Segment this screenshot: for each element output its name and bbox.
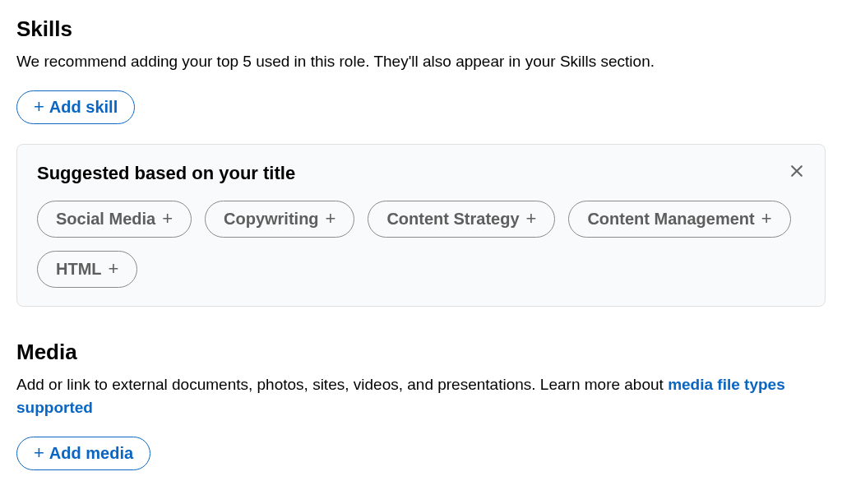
media-subtitle: Add or link to external documents, photo… xyxy=(16,373,826,420)
skill-chip[interactable]: HTML + xyxy=(37,251,137,288)
close-suggestions-button[interactable] xyxy=(785,160,808,185)
plus-icon: + xyxy=(34,98,44,116)
plus-icon: + xyxy=(761,210,772,228)
skill-chip[interactable]: Social Media + xyxy=(37,201,192,238)
plus-icon: + xyxy=(526,210,537,228)
plus-icon: + xyxy=(326,210,336,228)
close-icon xyxy=(789,163,805,179)
add-skill-button[interactable]: + Add skill xyxy=(16,90,135,124)
skills-title: Skills xyxy=(16,16,826,42)
add-skill-label: Add skill xyxy=(49,98,118,117)
suggested-skills-list: Social Media + Copywriting + Content Str… xyxy=(37,201,805,288)
media-section: Media Add or link to external documents,… xyxy=(16,340,826,470)
skill-chip-label: HTML xyxy=(56,260,102,279)
suggestions-title: Suggested based on your title xyxy=(37,163,805,184)
skill-chip[interactable]: Copywriting + xyxy=(205,201,354,238)
plus-icon: + xyxy=(109,260,119,278)
skill-chip[interactable]: Content Strategy + xyxy=(368,201,555,238)
skill-chip-label: Content Strategy xyxy=(386,210,519,229)
skill-chip-label: Social Media xyxy=(56,210,155,229)
media-title: Media xyxy=(16,340,826,365)
skill-chip[interactable]: Content Management + xyxy=(568,201,790,238)
add-media-button[interactable]: + Add media xyxy=(16,437,150,470)
plus-icon: + xyxy=(162,210,173,228)
plus-icon: + xyxy=(34,444,44,462)
skill-chip-label: Copywriting xyxy=(224,210,319,229)
suggestions-panel: Suggested based on your title Social Med… xyxy=(16,144,826,307)
media-subtitle-text: Add or link to external documents, photo… xyxy=(16,376,668,393)
skill-chip-label: Content Management xyxy=(587,210,754,229)
add-media-label: Add media xyxy=(49,444,133,463)
skills-section: Skills We recommend adding your top 5 us… xyxy=(16,16,826,307)
skills-subtitle: We recommend adding your top 5 used in t… xyxy=(16,50,826,74)
